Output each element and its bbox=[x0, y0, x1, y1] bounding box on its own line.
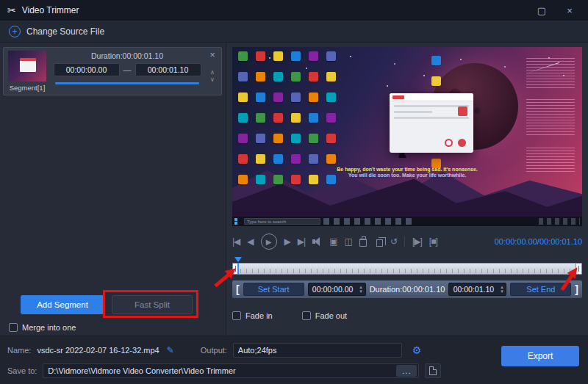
time-display: 00:00:00.00/00:00:01.10 bbox=[495, 237, 582, 246]
skip-end-icon[interactable]: ▶| bbox=[298, 236, 305, 247]
fast-split-button[interactable]: Fast Split bbox=[112, 295, 193, 314]
name-row: Name: vsdc-sr 2022-02-07 16-12-32.mp4 ✎ … bbox=[7, 343, 421, 358]
desktop-note-decor bbox=[526, 99, 576, 137]
segment-duration-label: Duration:00:00:01.10 bbox=[91, 51, 163, 60]
desktop-icon bbox=[291, 134, 301, 143]
taskbar-search-decor: Type here to search bbox=[244, 218, 320, 225]
close-button[interactable]: × bbox=[559, 0, 581, 21]
snapshot-icon[interactable]: ▣ bbox=[329, 236, 337, 247]
play-icon[interactable]: ▶ bbox=[261, 233, 277, 250]
window-title: Video Trimmer bbox=[22, 5, 79, 15]
trim-duration-label: Duration:00:00:01.10 bbox=[370, 285, 445, 294]
frame-forward-icon[interactable]: ▶ bbox=[284, 236, 290, 247]
fade-out-checkbox[interactable] bbox=[302, 311, 311, 320]
segment-card[interactable]: Segment[1] Duration:00:00:01.10 — × ∧ ∨ bbox=[3, 47, 222, 95]
skip-start-icon[interactable]: |◀ bbox=[232, 236, 240, 247]
desktop-icon bbox=[256, 113, 265, 123]
add-segment-button[interactable]: Add Segment bbox=[21, 295, 104, 314]
desktop-icon bbox=[273, 134, 283, 143]
move-up-icon[interactable]: ∧ bbox=[210, 70, 215, 76]
desktop-icon bbox=[291, 93, 301, 102]
video-trimmer-window: ✂ Video Trimmer ▢ × + Change Source File… bbox=[0, 0, 588, 384]
segment-list-panel: Segment[1] Duration:00:00:01.10 — × ∧ ∨ … bbox=[0, 43, 226, 336]
segment-progress-bar bbox=[55, 82, 199, 84]
desktop-note-decor bbox=[526, 58, 576, 88]
open-folder-button[interactable] bbox=[425, 363, 441, 378]
timeline-bar[interactable] bbox=[232, 263, 582, 275]
red-ring-decor bbox=[445, 139, 453, 147]
reset-icon[interactable]: ↺ bbox=[390, 236, 397, 247]
player-controls: |◀ ◀ ▶ ▶ ▶| ▣ ◫ ↺ [▶] [■] 00:00:00.00/00… bbox=[232, 231, 582, 253]
start-time-spinner[interactable]: 00:00:00.00 ▴ ▾ bbox=[308, 283, 366, 296]
segment-times: Duration:00:00:01.10 — bbox=[52, 51, 202, 92]
save-to-select[interactable]: D:\Vidmore\Vidmore Video Converter\Video… bbox=[43, 363, 419, 378]
volume-icon[interactable] bbox=[312, 237, 322, 246]
desktop-icon bbox=[256, 51, 265, 61]
copy-segment-icon[interactable] bbox=[376, 239, 383, 247]
desktop-icon bbox=[273, 93, 283, 102]
segment-start-input[interactable] bbox=[54, 63, 120, 76]
maximize-button[interactable]: ▢ bbox=[531, 0, 553, 21]
spin-down-icon[interactable]: ▾ bbox=[359, 289, 362, 294]
taskbar-tray-decor bbox=[539, 218, 580, 225]
remove-segment-icon[interactable]: × bbox=[209, 51, 215, 59]
output-settings-gear-icon[interactable]: ⚙ bbox=[412, 344, 422, 356]
save-to-row: Save to: D:\Vidmore\Vidmore Video Conver… bbox=[7, 363, 441, 378]
playhead-marker[interactable] bbox=[234, 257, 242, 262]
trim-timeline[interactable] bbox=[232, 257, 582, 276]
desktop-icon bbox=[326, 93, 336, 102]
add-source-icon[interactable]: + bbox=[9, 26, 21, 37]
set-start-button[interactable]: Set Start bbox=[243, 283, 304, 296]
desktop-icon bbox=[326, 134, 336, 143]
desktop-icon bbox=[309, 72, 318, 81]
stop-segment-icon[interactable]: [■] bbox=[429, 236, 437, 247]
desktop-icon bbox=[273, 72, 283, 81]
desktop-icon bbox=[326, 154, 336, 164]
desktop-icon bbox=[238, 134, 248, 143]
output-format-select[interactable]: Auto;24fps bbox=[233, 343, 402, 358]
segment-end-input[interactable] bbox=[135, 63, 201, 76]
segment-thumbnail[interactable] bbox=[8, 51, 46, 81]
taskbar-icons-decor bbox=[323, 218, 412, 225]
export-button[interactable]: Export bbox=[501, 346, 579, 366]
desktop-icon bbox=[238, 51, 248, 61]
desktop-icon bbox=[273, 51, 283, 61]
video-preview: Be happy, don't waste your time being sa… bbox=[232, 47, 582, 226]
desktop-icon bbox=[291, 113, 301, 123]
red-record-button-decor bbox=[458, 139, 466, 147]
desktop-icon-grid bbox=[235, 48, 353, 203]
trim-handle-right[interactable] bbox=[576, 263, 582, 275]
start-time-value: 00:00:00.00 bbox=[309, 285, 357, 294]
move-down-icon[interactable]: ∨ bbox=[210, 77, 215, 83]
play-segment-icon[interactable]: [▶] bbox=[412, 236, 422, 247]
file-name-value: vsdc-sr 2022-02-07 16-12-32.mp4 bbox=[37, 346, 159, 355]
desktop-app-window-decor bbox=[390, 93, 473, 153]
delete-segment-icon[interactable] bbox=[359, 239, 367, 247]
desktop-icon bbox=[431, 76, 441, 86]
fade-in-checkbox[interactable] bbox=[232, 311, 241, 320]
desktop-icon bbox=[326, 51, 336, 61]
segment-label: Segment[1] bbox=[10, 84, 46, 92]
edit-name-icon[interactable]: ✎ bbox=[167, 345, 174, 355]
merge-label: Merge into one bbox=[22, 323, 76, 332]
taskbar-decor: Type here to search bbox=[232, 217, 582, 226]
output-label: Output: bbox=[201, 346, 227, 355]
desktop-icon bbox=[291, 154, 301, 164]
desktop-icon bbox=[309, 134, 318, 143]
frame-back-icon[interactable]: ◀ bbox=[247, 236, 253, 247]
scissors-icon: ✂ bbox=[7, 4, 16, 16]
browse-more-button[interactable]: ... bbox=[396, 365, 417, 377]
spin-down-icon[interactable]: ▾ bbox=[501, 289, 503, 294]
desktop-icon bbox=[273, 154, 283, 164]
desktop-icon bbox=[431, 56, 441, 65]
set-end-button[interactable]: Set End bbox=[510, 283, 571, 296]
trim-controls-row: [ Set Start 00:00:00.00 ▴ ▾ Duration:00:… bbox=[232, 280, 582, 298]
split-icon[interactable]: ◫ bbox=[345, 236, 352, 247]
change-source-file-button[interactable]: Change Source File bbox=[26, 26, 104, 37]
playhead-line bbox=[237, 263, 239, 275]
start-button-decor bbox=[234, 218, 241, 225]
end-time-spinner[interactable]: 00:00:01.10 ▴ ▾ bbox=[448, 283, 506, 296]
merge-checkbox[interactable] bbox=[9, 323, 18, 332]
fade-options: Fade in Fade out bbox=[232, 311, 347, 320]
app-logo-decor bbox=[392, 95, 404, 99]
